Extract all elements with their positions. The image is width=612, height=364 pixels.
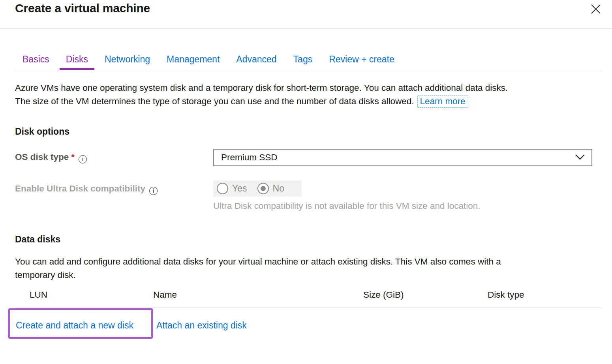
- data-disks-description: You can add and configure additional dat…: [15, 255, 597, 282]
- disk-options-heading: Disk options: [15, 126, 597, 137]
- column-header-lun: LUN: [30, 290, 47, 300]
- data-disks-description-line-1: You can add and configure additional dat…: [15, 255, 597, 268]
- radio-selected-dot-icon: [261, 186, 266, 191]
- tab-advanced[interactable]: Advanced: [230, 54, 283, 70]
- data-disks-description-line-2: temporary disk.: [15, 268, 597, 282]
- intro-line-2: The size of the VM determines the type o…: [15, 95, 597, 108]
- ultra-disk-control: Yes No Ultra Disk compatibility is not a…: [213, 180, 592, 212]
- radio-no-circle-icon: [257, 183, 269, 194]
- attach-existing-disk-link[interactable]: Attach an existing disk: [156, 320, 247, 331]
- os-disk-type-row: OS disk type*i Premium SSD: [15, 149, 592, 166]
- ultra-disk-row: Enable Ultra Disk compatibilityi Yes No …: [15, 180, 592, 212]
- tab-management[interactable]: Management: [160, 54, 226, 70]
- tab-review-create[interactable]: Review + create: [323, 54, 401, 70]
- radio-yes[interactable]: Yes: [217, 183, 247, 194]
- chevron-down-icon: [575, 152, 585, 163]
- required-asterisk: *: [71, 152, 75, 162]
- close-button[interactable]: [591, 4, 601, 14]
- tab-networking[interactable]: Networking: [98, 54, 156, 70]
- create-vm-dialog: Create a virtual machine Basics Disks Ne…: [0, 0, 612, 364]
- learn-more-link[interactable]: Learn more: [417, 96, 468, 108]
- data-disks-heading: Data disks: [15, 234, 597, 245]
- disks-intro-text: Azure VMs have one operating system disk…: [15, 81, 597, 108]
- info-icon[interactable]: i: [79, 155, 87, 163]
- radio-no-label: No: [273, 183, 284, 194]
- os-disk-type-label-text: OS disk type: [15, 152, 69, 162]
- radio-yes-label: Yes: [232, 183, 247, 194]
- radio-no[interactable]: No: [257, 183, 284, 194]
- tab-disks[interactable]: Disks: [60, 54, 94, 70]
- tab-basics[interactable]: Basics: [16, 54, 56, 70]
- close-icon: [591, 4, 601, 14]
- tab-tags[interactable]: Tags: [287, 54, 319, 70]
- data-disks-table-header: LUN Name Size (GiB) Disk type: [15, 289, 601, 308]
- create-and-attach-new-disk-link[interactable]: Create and attach a new disk: [16, 320, 133, 331]
- intro-line-1: Azure VMs have one operating system disk…: [15, 81, 597, 95]
- page-title: Create a virtual machine: [15, 1, 150, 15]
- ultra-disk-helper-text: Ultra Disk compatibility is not availabl…: [213, 200, 592, 212]
- data-disks-actions: Create and attach a new disk Attach an e…: [15, 308, 601, 359]
- ultra-disk-radio-group: Yes No: [213, 180, 302, 197]
- os-disk-type-dropdown[interactable]: Premium SSD: [213, 149, 592, 166]
- actions-links-row: Create and attach a new disk Attach an e…: [15, 308, 601, 331]
- wizard-tab-bar: Basics Disks Networking Management Advan…: [15, 54, 601, 70]
- os-disk-type-value: Premium SSD: [221, 152, 278, 163]
- intro-line-2-text: The size of the VM determines the type o…: [15, 96, 414, 106]
- column-header-size: Size (GiB): [363, 290, 404, 300]
- info-icon[interactable]: i: [149, 187, 158, 195]
- radio-yes-circle-icon: [217, 183, 228, 194]
- dialog-header: Create a virtual machine: [0, 0, 612, 29]
- column-header-disk-type: Disk type: [488, 290, 524, 300]
- column-header-name: Name: [153, 290, 177, 300]
- ultra-disk-label: Enable Ultra Disk compatibilityi: [15, 180, 213, 195]
- ultra-disk-label-text: Enable Ultra Disk compatibility: [15, 184, 145, 193]
- os-disk-type-label: OS disk type*i: [15, 149, 213, 163]
- os-disk-type-control: Premium SSD: [213, 149, 592, 166]
